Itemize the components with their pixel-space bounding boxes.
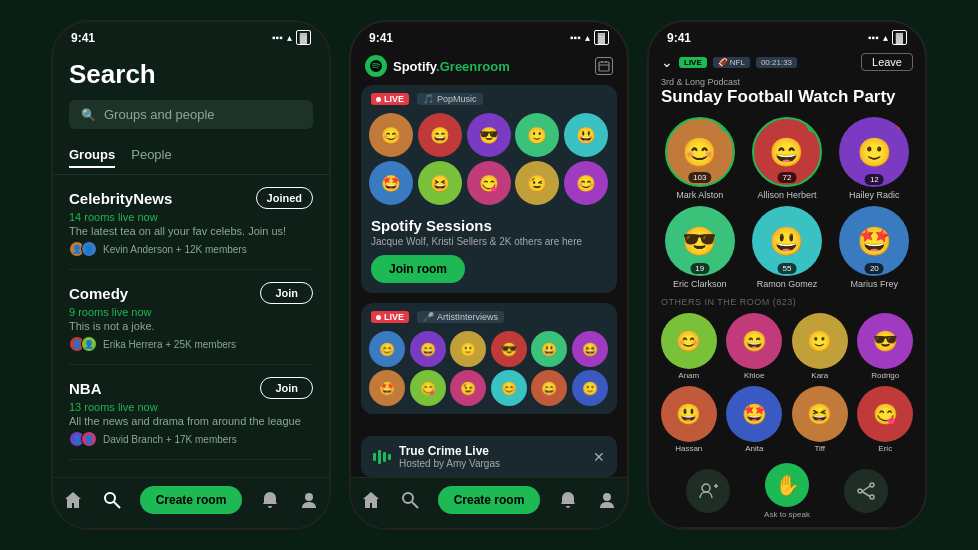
mini-avatar: 👤 <box>81 241 97 257</box>
other-avatar-6: 😆 <box>792 386 848 442</box>
speaker-heart-icon-2: ♥ <box>895 117 909 131</box>
status-time-1: 9:41 <box>71 31 95 45</box>
group-name-0: CelebrityNews <box>69 190 172 207</box>
svg-point-14 <box>858 489 862 493</box>
svg-point-10 <box>702 484 710 492</box>
speaker-item-3: 😎 19 Eric Clarkson <box>659 206 740 289</box>
phones-container: 9:41 ▪▪▪ ▴ ▓ Search 🔍 Groups and people … <box>31 0 947 550</box>
room-avatar: 😆 <box>418 161 462 205</box>
battery-icon-2: ▓ <box>594 30 609 45</box>
watch-header: ⌄ LIVE 🏈 NFL 00:21:33 Leave <box>649 49 925 75</box>
group-item-comedy: Comedy Join 9 rooms live now This is not… <box>69 270 313 365</box>
search-nav-icon[interactable] <box>101 489 123 511</box>
status-time-2: 9:41 <box>369 31 393 45</box>
tab-people[interactable]: People <box>131 147 171 168</box>
room-avatar-sm: 😋 <box>410 370 446 406</box>
other-name-0: Anam <box>678 371 699 380</box>
share-icon[interactable] <box>844 469 888 513</box>
svg-point-0 <box>105 493 115 503</box>
other-item-4: 😃 Hassan <box>659 386 719 453</box>
home-icon[interactable] <box>62 489 84 511</box>
group-meta-text-0: Kevin Anderson + 12K members <box>103 244 247 255</box>
speaker-name-1: Allison Herbert <box>757 190 816 200</box>
profile-icon[interactable] <box>298 489 320 511</box>
join-room-button-1[interactable]: Join room <box>371 255 465 283</box>
room-avatar-sm: 😄 <box>410 331 446 367</box>
room-avatar: 🙂 <box>515 113 559 157</box>
wifi-icon: ▴ <box>287 32 292 43</box>
room-avatar-sm: 😎 <box>491 331 527 367</box>
other-avatar-3: 😎 <box>857 313 913 369</box>
svg-line-1 <box>114 502 120 508</box>
speaker-count-1: 72 <box>778 172 797 183</box>
battery-icon: ▓ <box>296 30 311 45</box>
search-nav-icon-2[interactable] <box>399 489 421 511</box>
create-room-button-2[interactable]: Create room <box>438 486 541 514</box>
home-icon-2[interactable] <box>360 489 382 511</box>
speakers-grid-row2: 😎 19 Eric Clarkson 😃 55 Ramon Gomez 🤩 20… <box>649 206 925 295</box>
status-bar-3: 9:41 ▪▪▪ ▴ ▓ <box>649 22 925 49</box>
other-name-5: Anita <box>745 444 763 453</box>
bell-icon-2[interactable] <box>557 489 579 511</box>
other-avatar-0: 😊 <box>661 313 717 369</box>
tab-groups[interactable]: Groups <box>69 147 115 168</box>
bottom-nav-1: Create room <box>53 477 329 528</box>
leave-button[interactable]: Leave <box>861 53 913 71</box>
live-tag: LIVE <box>679 57 707 68</box>
room-card-1: LIVE 🎵 PopMusic 😊 😄 😎 🙂 😃 🤩 😆 😋 <box>361 85 617 293</box>
room-info-1: Spotify Sessions Jacque Wolf, Kristi Sel… <box>361 213 617 293</box>
profile-icon-2[interactable] <box>596 489 618 511</box>
room-avatar-sm: 😄 <box>531 370 567 406</box>
wave-bar-3 <box>383 452 386 462</box>
mini-player[interactable]: True Crime Live Hosted by Amy Vargas ✕ <box>361 436 617 477</box>
room-avatar-sm: 😊 <box>369 331 405 367</box>
tabs-row: Groups People <box>53 137 329 175</box>
speaker-count-5: 20 <box>865 263 884 274</box>
add-speaker-action <box>686 469 730 513</box>
status-icons-1: ▪▪▪ ▴ ▓ <box>272 30 311 45</box>
podcast-label: 3rd & Long Podcast <box>661 77 913 87</box>
status-icons-2: ▪▪▪ ▴ ▓ <box>570 30 609 45</box>
others-label: OTHERS IN THE ROOM (823) <box>649 295 925 311</box>
search-bar[interactable]: 🔍 Groups and people <box>69 100 313 129</box>
room-title-1: Spotify Sessions <box>371 217 607 234</box>
create-room-button-1[interactable]: Create room <box>140 486 243 514</box>
add-person-icon[interactable] <box>686 469 730 513</box>
join-button-2[interactable]: Join <box>260 377 313 399</box>
speaker-avatar-5: 🤩 20 <box>839 206 909 276</box>
joined-button-0[interactable]: Joined <box>256 187 313 209</box>
speaker-item-1: 😄 ♥ 72 Allison Herbert <box>746 117 827 200</box>
phone1-content: Search 🔍 Groups and people Groups People… <box>53 49 329 477</box>
group-desc-1: This is not a joke. <box>69 320 313 332</box>
mini-player-info: True Crime Live Hosted by Amy Vargas <box>399 444 500 469</box>
message-bar[interactable]: 😊 Jordan Douglas · just now The Jets are… <box>659 527 915 530</box>
speaker-avatar-2: 🙂 ♥ 12 <box>839 117 909 187</box>
room-avatar: 😊 <box>369 113 413 157</box>
group-desc-2: All the news and drama from around the l… <box>69 415 313 427</box>
watch-title-area: 3rd & Long Podcast Sunday Football Watch… <box>649 75 925 113</box>
speaker-count-2: 12 <box>865 174 884 185</box>
calendar-icon[interactable] <box>595 57 613 75</box>
group-item-celebrity: CelebrityNews Joined 14 rooms live now T… <box>69 175 313 270</box>
join-button-1[interactable]: Join <box>260 282 313 304</box>
svg-point-15 <box>870 495 874 499</box>
other-item-2: 🙂 Kara <box>790 313 850 380</box>
wave-bar-2 <box>378 450 381 464</box>
ask-to-speak-action: ✋ Ask to speak <box>764 463 810 519</box>
share-action <box>844 469 888 513</box>
group-item-nba: NBA Join 13 rooms live now All the news … <box>69 365 313 460</box>
speaker-heart-icon-1: ♥ <box>806 117 822 133</box>
bell-icon[interactable] <box>259 489 281 511</box>
speaker-name-2: Hailey Radic <box>849 190 900 200</box>
mini-avatar: 👤 <box>81 336 97 352</box>
raise-hand-icon[interactable]: ✋ <box>765 463 809 507</box>
close-mini-player-button[interactable]: ✕ <box>593 449 605 465</box>
wave-bar-4 <box>388 454 391 460</box>
chevron-down-icon[interactable]: ⌄ <box>661 54 673 70</box>
speaker-avatar-4: 😃 55 <box>752 206 822 276</box>
room-avatar: 🤩 <box>369 161 413 205</box>
other-item-0: 😊 Anam <box>659 313 719 380</box>
avatar-grid-1: 😊 😄 😎 🙂 😃 🤩 😆 😋 😉 😊 <box>361 109 617 213</box>
wifi-icon-3: ▴ <box>883 32 888 43</box>
speaker-name-4: Ramon Gomez <box>757 279 818 289</box>
